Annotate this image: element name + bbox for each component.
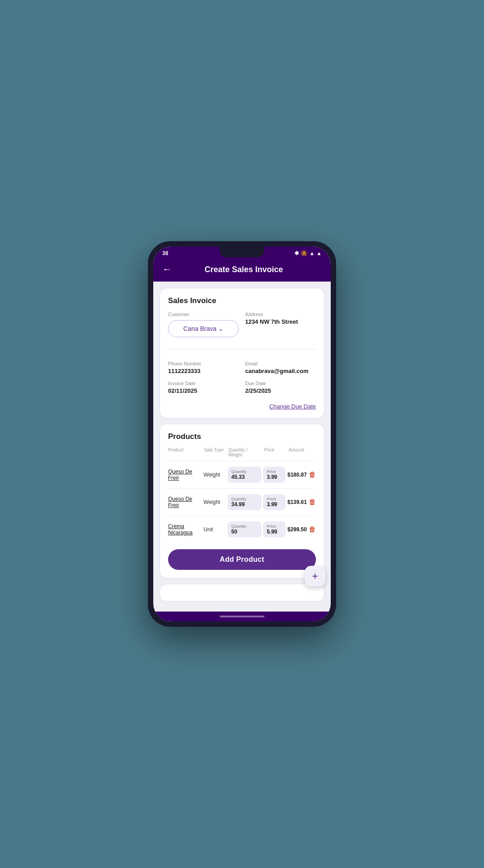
email-label: Email bbox=[245, 361, 316, 366]
table-row: Queso De Freir Weight Quantity 45.33 Pri… bbox=[168, 461, 316, 488]
delete-button-0[interactable]: 🗑 bbox=[309, 471, 316, 479]
invoice-info-grid: Customer Cana Brava ⌄ Address 1234 NW 7t… bbox=[168, 312, 316, 410]
col-quantity: Quantity / Weight bbox=[229, 447, 263, 457]
wifi-icon: ▲ bbox=[316, 250, 322, 256]
customer-section: Customer Cana Brava ⌄ bbox=[168, 312, 239, 337]
invoice-date-section: Invoice Date 02/11/2025 bbox=[168, 381, 239, 394]
home-indicator bbox=[153, 612, 331, 621]
sale-type-1: Weight bbox=[203, 499, 226, 505]
amount-0: $180.87 bbox=[287, 472, 307, 478]
col-product: Product bbox=[168, 447, 202, 457]
due-date-label: Due Date bbox=[245, 381, 316, 386]
price-wrapper-0: Price 3.99 bbox=[263, 467, 285, 483]
signal-icon: ▲ bbox=[309, 250, 315, 256]
back-button[interactable]: ← bbox=[162, 265, 172, 274]
price-wrapper-2: Price 5.99 bbox=[263, 521, 285, 538]
change-due-date-link[interactable]: Change Due Date bbox=[168, 403, 316, 410]
table-row: Queso De Freir Weight Quantity 34.99 Pri… bbox=[168, 488, 316, 516]
col-amount: Amount bbox=[289, 447, 308, 457]
customer-selector-button[interactable]: Cana Brava ⌄ bbox=[168, 320, 239, 337]
sale-type-2: Unit bbox=[203, 526, 226, 533]
quantity-input-1[interactable]: Quantity 34.99 bbox=[228, 494, 261, 510]
product-name-2: Crema Nicaragua bbox=[168, 523, 202, 536]
phone-label: Phone Number bbox=[168, 361, 239, 366]
invoice-card: Sales Invoice Customer Cana Brava ⌄ Addr… bbox=[160, 288, 324, 418]
due-date-section: Due Date 2/25/2025 bbox=[245, 381, 316, 394]
home-bar bbox=[220, 616, 264, 617]
col-sale-type: Sale Type bbox=[204, 447, 227, 457]
address-section: Address 1234 NW 7th Street bbox=[245, 312, 316, 337]
qty-wrapper-0: Quantity 45.33 bbox=[228, 467, 261, 483]
mute-icon: 🔕 bbox=[301, 250, 307, 256]
col-price: Price bbox=[264, 447, 287, 457]
table-row: Crema Nicaragua Unit Quantity 50 Price 5… bbox=[168, 516, 316, 543]
app-header: ← Create Sales Invoice bbox=[153, 259, 331, 282]
bottom-partial-card bbox=[160, 584, 324, 602]
invoice-section-title: Sales Invoice bbox=[168, 296, 316, 305]
add-product-button[interactable]: Add Product bbox=[168, 549, 316, 570]
products-section-title: Products bbox=[168, 432, 316, 441]
product-name-1: Queso De Freir bbox=[168, 496, 202, 508]
phone-section: Phone Number 1112223333 bbox=[168, 361, 239, 374]
status-time: 38 bbox=[162, 250, 168, 256]
amount-2: $299.50 bbox=[287, 526, 307, 533]
customer-label: Customer bbox=[168, 312, 239, 317]
sale-type-0: Weight bbox=[203, 472, 226, 478]
email-value: canabrava@gmail.com bbox=[245, 368, 316, 374]
status-icons: ✱ 🔕 ▲ ▲ bbox=[294, 250, 322, 256]
delete-button-1[interactable]: 🗑 bbox=[309, 498, 316, 506]
phone-frame: 38 ✱ 🔕 ▲ ▲ ← Create Sales Invoice Sales … bbox=[148, 241, 336, 627]
address-label: Address bbox=[245, 312, 316, 317]
divider-1 bbox=[168, 349, 316, 349]
fab-button[interactable]: + bbox=[305, 566, 325, 586]
invoice-date-label: Invoice Date bbox=[168, 381, 239, 386]
page-title: Create Sales Invoice bbox=[179, 265, 308, 274]
due-date-value: 2/25/2025 bbox=[245, 387, 316, 394]
price-input-0[interactable]: Price 3.99 bbox=[263, 467, 285, 483]
col-delete bbox=[310, 447, 316, 457]
amount-1: $139.61 bbox=[287, 499, 307, 505]
chevron-down-icon: ⌄ bbox=[218, 325, 224, 332]
bluetooth-icon: ✱ bbox=[294, 250, 299, 256]
invoice-date-value: 02/11/2025 bbox=[168, 387, 239, 394]
products-card: Products Product Sale Type Quantity / We… bbox=[160, 424, 324, 578]
qty-wrapper-1: Quantity 34.99 bbox=[228, 494, 261, 510]
price-wrapper-1: Price 3.99 bbox=[263, 494, 285, 510]
scroll-content: Sales Invoice Customer Cana Brava ⌄ Addr… bbox=[153, 282, 331, 612]
price-input-2[interactable]: Price 5.99 bbox=[263, 521, 285, 538]
quantity-input-0[interactable]: Quantity 45.33 bbox=[228, 467, 261, 483]
product-name-0: Queso De Freir bbox=[168, 469, 202, 481]
products-column-headers: Product Sale Type Quantity / Weight Pric… bbox=[168, 447, 316, 457]
qty-wrapper-2: Quantity 50 bbox=[228, 521, 261, 538]
product-rows-container: Queso De Freir Weight Quantity 45.33 Pri… bbox=[168, 461, 316, 543]
address-value: 1234 NW 7th Street bbox=[245, 318, 316, 325]
phone-screen: 38 ✱ 🔕 ▲ ▲ ← Create Sales Invoice Sales … bbox=[153, 247, 331, 621]
notch bbox=[220, 247, 264, 257]
quantity-input-2[interactable]: Quantity 50 bbox=[228, 521, 261, 538]
delete-button-2[interactable]: 🗑 bbox=[309, 525, 316, 534]
price-input-1[interactable]: Price 3.99 bbox=[263, 494, 285, 510]
email-section: Email canabrava@gmail.com bbox=[245, 361, 316, 374]
phone-value: 1112223333 bbox=[168, 368, 239, 374]
